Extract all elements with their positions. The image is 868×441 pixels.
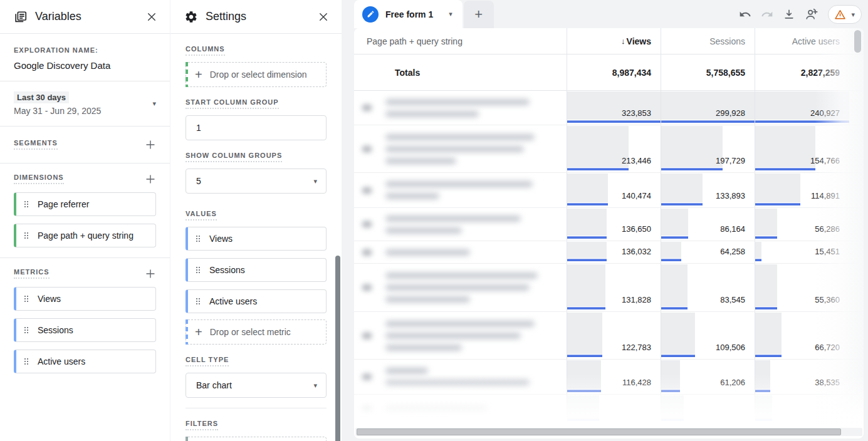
table-row[interactable] (354, 395, 864, 423)
sessions-value: 64,258 (720, 247, 745, 256)
values-dropzone[interactable]: + Drop or select metric (186, 319, 327, 345)
drag-handle-icon[interactable] (193, 296, 203, 306)
exploration-name-section: EXPLORATION NAME: Google Discovery Data (0, 34, 170, 81)
table-row[interactable]: 136,032 64,258 15,451 (354, 241, 864, 264)
value-chip-views[interactable]: Views (186, 227, 327, 251)
drag-handle-icon[interactable] (193, 265, 203, 275)
download-icon[interactable] (783, 8, 795, 21)
drag-handle-icon[interactable] (21, 231, 31, 241)
views-cell (567, 395, 661, 423)
bar (661, 390, 680, 392)
redacted-text-line (385, 296, 470, 303)
cell-type-select[interactable]: Bar chart ▾ (186, 373, 327, 398)
bar-track (661, 209, 688, 236)
close-variables-icon[interactable] (145, 10, 159, 24)
sessions-column-header[interactable]: Sessions (661, 28, 755, 54)
bar (755, 418, 772, 421)
values-label: VALUES (186, 210, 217, 220)
sessions-value: 86,164 (720, 224, 745, 234)
drag-handle-icon[interactable] (21, 294, 31, 304)
drag-handle-icon[interactable] (21, 325, 31, 335)
exploration-name-value[interactable]: Google Discovery Data (14, 60, 156, 71)
show-column-groups-select[interactable]: 5 ▾ (186, 169, 327, 194)
active-users-value: 66,720 (815, 343, 840, 352)
vertical-scrollbar[interactable] (854, 30, 861, 53)
dimension-chip-page-path[interactable]: Page path + query string (14, 224, 156, 247)
totals-sessions: 5,758,655 (661, 54, 755, 90)
add-metric-button[interactable] (145, 268, 156, 279)
views-value: 213,446 (622, 156, 651, 165)
date-preset-badge: Last 30 days (14, 91, 69, 103)
value-chip-sessions[interactable]: Sessions (186, 258, 327, 282)
views-cell: 131,828 (567, 264, 661, 311)
table-row[interactable]: 140,474 133,893 114,891 (354, 173, 864, 208)
close-settings-icon[interactable] (316, 10, 330, 24)
drag-handle-icon[interactable] (21, 356, 31, 366)
add-view-tab-button[interactable]: + (464, 1, 494, 28)
drag-handle-icon[interactable] (193, 234, 203, 244)
add-segment-button[interactable] (145, 139, 156, 150)
warning-status-button[interactable]: ▾ (828, 5, 862, 24)
chip-label: Views (38, 293, 61, 305)
table-row[interactable]: 122,783 109,506 66,720 (354, 312, 864, 360)
bar-track (567, 126, 629, 167)
views-value: 140,474 (622, 191, 651, 200)
bar (661, 120, 755, 123)
columns-dropzone[interactable]: + Drop or select dimension (186, 62, 327, 87)
table-row[interactable]: 136,650 86,164 56,286 (354, 208, 864, 241)
metric-chip-views[interactable]: Views (14, 287, 156, 311)
metric-chip-active-users[interactable]: Active users (14, 350, 156, 373)
bar-track (755, 360, 770, 389)
bar (567, 236, 607, 239)
views-value: 122,783 (622, 343, 651, 352)
table-row[interactable]: 116,428 61,206 38,535 (354, 360, 864, 395)
metric-chip-sessions[interactable]: Sessions (14, 318, 156, 342)
page-path-redacted (385, 241, 554, 263)
table-row[interactable]: 323,853 299,928 240,927 (354, 91, 864, 125)
dimension-column-header[interactable]: Page path + query string (354, 28, 567, 54)
dimension-cell (354, 312, 567, 359)
sessions-cell: 86,164 (661, 208, 755, 241)
views-column-header[interactable]: ↓ Views (567, 28, 661, 54)
active-users-value: 154,766 (810, 156, 840, 165)
start-column-group-input[interactable]: 1 (186, 115, 327, 140)
value-chip-active-users[interactable]: Active users (186, 289, 327, 313)
date-caret-icon: ▾ (152, 100, 156, 107)
bar (567, 203, 608, 205)
filters-dropzone[interactable]: + Drop or select dimension or metric (186, 437, 327, 441)
date-range-picker[interactable]: Last 30 days May 31 - Jun 29, 2025 ▾ (14, 91, 156, 116)
table-row[interactable]: 213,446 197,729 154,766 (354, 125, 864, 173)
bar (755, 355, 782, 357)
totals-row: Totals 8,987,434 5,758,655 2,827,259 (354, 54, 864, 91)
bar-track (661, 174, 703, 202)
sessions-cell (661, 395, 755, 423)
dimension-cell (354, 125, 567, 172)
tab-free-form-1[interactable]: Free form 1 ▾ (354, 0, 463, 28)
exploration-name-label: EXPLORATION NAME: (14, 46, 98, 54)
sessions-value: 109,506 (716, 343, 745, 352)
bar (567, 355, 602, 357)
active-users-cell: 240,927 (755, 91, 849, 125)
sessions-cell: 61,206 (661, 360, 755, 394)
start-column-group-value: 1 (196, 123, 201, 133)
tab-menu-caret-icon[interactable]: ▾ (449, 11, 452, 18)
chip-label: Page path + query string (38, 230, 138, 242)
active-users-column-header[interactable]: Active users (755, 28, 849, 54)
variables-title: Variables (35, 10, 145, 23)
active-users-cell: 56,286 (755, 208, 849, 241)
horizontal-scrollbar-thumb[interactable] (357, 428, 841, 435)
table-row[interactable]: 131,828 83,545 55,360 (354, 264, 864, 312)
drag-handle-icon[interactable] (21, 199, 31, 209)
settings-scrollbar[interactable] (335, 256, 340, 441)
share-user-icon[interactable] (805, 8, 818, 21)
dimension-chip-page-referrer[interactable]: Page referrer (14, 192, 156, 216)
bar-track (755, 126, 815, 167)
edit-pencil-icon (362, 6, 379, 23)
views-cell: 213,446 (567, 125, 661, 172)
chip-label: Sessions (209, 264, 245, 276)
active-users-value: 15,451 (815, 247, 840, 256)
dimension-cell (354, 91, 567, 125)
undo-icon[interactable] (739, 8, 751, 21)
add-dimension-button[interactable] (145, 174, 156, 185)
horizontal-scrollbar-track[interactable] (355, 428, 862, 436)
